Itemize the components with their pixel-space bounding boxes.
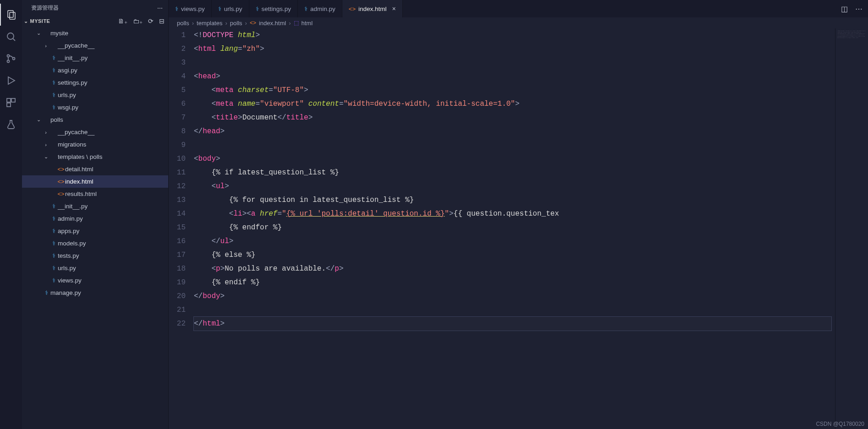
file-wsgi-py[interactable]: ⚕wsgi.py	[22, 101, 168, 114]
file-models-py[interactable]: ⚕models.py	[22, 237, 168, 250]
python-icon: ⚕	[49, 228, 58, 234]
code-line-8[interactable]: </head>	[194, 125, 831, 138]
testing-icon[interactable]	[0, 114, 22, 136]
svg-rect-9	[7, 103, 11, 107]
code-line-18[interactable]: <p>No polls are available.</p>	[194, 262, 831, 276]
chevron-icon[interactable]: ›	[42, 43, 49, 49]
tab-views-py[interactable]: ⚕views.py	[169, 0, 212, 17]
folder-templates---polls[interactable]: ⌄templates \ polls	[22, 151, 168, 163]
breadcrumb-segment[interactable]: index.html	[259, 20, 286, 27]
code-line-22[interactable]: </html>	[194, 317, 831, 331]
new-folder-icon[interactable]: 🗀₊	[133, 17, 143, 25]
code-line-6[interactable]: <meta name="viewport" content="width=dev…	[194, 97, 831, 111]
breadcrumb-segment[interactable]: templates	[197, 20, 222, 27]
more-icon[interactable]: ⋯	[855, 5, 863, 13]
tree-label: migrations	[58, 141, 86, 148]
explorer-icon[interactable]	[0, 4, 22, 26]
tab-settings-py[interactable]: ⚕settings.py	[249, 0, 298, 17]
debug-icon[interactable]	[0, 70, 22, 92]
close-icon[interactable]: ×	[392, 5, 396, 12]
source-control-icon[interactable]	[0, 48, 22, 70]
file-urls-py[interactable]: ⚕urls.py	[22, 262, 168, 274]
tab-label: views.py	[181, 5, 205, 12]
extensions-icon[interactable]	[0, 92, 22, 114]
python-icon: ⚕	[49, 79, 58, 86]
tree-label: index.html	[65, 178, 93, 185]
project-header[interactable]: ⌄ MYSITE 🗎₊ 🗀₊ ⟳ ⊟	[22, 16, 168, 26]
chevron-icon[interactable]: ⌄	[35, 117, 42, 123]
new-file-icon[interactable]: 🗎₊	[118, 17, 127, 25]
code-line-13[interactable]: {% for question in latest_question_list …	[194, 193, 831, 207]
code-line-20[interactable]: </body>	[194, 289, 831, 303]
code-line-9[interactable]	[194, 138, 831, 152]
file-detail-html[interactable]: <>detail.html	[22, 163, 168, 175]
chevron-icon[interactable]: ›	[42, 142, 49, 147]
python-icon: ⚕	[175, 5, 178, 12]
file-views-py[interactable]: ⚕views.py	[22, 274, 168, 287]
code-line-21[interactable]	[194, 303, 831, 317]
breadcrumb[interactable]: polls›templates›polls›<> index.html›⬚ ht…	[169, 17, 868, 28]
breadcrumb-segment[interactable]: polls	[230, 20, 242, 27]
code-line-10[interactable]: <body>	[194, 152, 831, 166]
code-line-14[interactable]: <li><a href="{% url 'polls:detail' quest…	[194, 207, 831, 221]
tab-urls-py[interactable]: ⚕urls.py	[212, 0, 249, 17]
folder-migrations[interactable]: ›migrations	[22, 138, 168, 151]
code-line-16[interactable]: </ul>	[194, 234, 831, 248]
activity-bar	[0, 0, 22, 429]
tree-label: models.py	[58, 240, 86, 247]
code-line-3[interactable]	[194, 56, 831, 70]
svg-rect-8	[11, 98, 15, 102]
code-line-7[interactable]: <title>Document</title>	[194, 111, 831, 125]
tab-admin-py[interactable]: ⚕admin.py	[298, 0, 342, 17]
editor[interactable]: 12345678910111213141516171819202122 <!DO…	[169, 28, 868, 429]
file-__init__-py[interactable]: ⚕__init__.py	[22, 200, 168, 212]
file-index-html[interactable]: <>index.html	[22, 175, 168, 188]
code-line-11[interactable]: {% if latest_question_list %}	[194, 166, 831, 179]
breadcrumb-segment[interactable]: html	[302, 20, 313, 27]
file-apps-py[interactable]: ⚕apps.py	[22, 225, 168, 237]
code-line-2[interactable]: <html lang="zh">	[194, 42, 831, 56]
python-icon: ⚕	[49, 92, 58, 98]
minimap[interactable]: <!DOCTYPE html> <html lang="zh"> <head> …	[835, 28, 868, 429]
breadcrumb-segment[interactable]: polls	[177, 20, 189, 27]
file-admin-py[interactable]: ⚕admin.py	[22, 212, 168, 225]
folder-__pycache__[interactable]: ›__pycache__	[22, 39, 168, 52]
tree-label: __init__.py	[58, 203, 88, 210]
file-settings-py[interactable]: ⚕settings.py	[22, 76, 168, 89]
html-icon: <>	[57, 190, 65, 197]
code-line-19[interactable]: {% endif %}	[194, 276, 831, 289]
code-line-17[interactable]: {% else %}	[194, 248, 831, 262]
tree-label: polls	[50, 116, 63, 123]
file-__init__-py[interactable]: ⚕__init__.py	[22, 52, 168, 64]
sidebar-title: 资源管理器	[31, 4, 59, 12]
code-content[interactable]: <!DOCTYPE html><html lang="zh"><head> <m…	[194, 28, 868, 429]
code-line-1[interactable]: <!DOCTYPE html>	[194, 28, 831, 42]
file-urls-py[interactable]: ⚕urls.py	[22, 89, 168, 101]
tree-label: mysite	[50, 30, 68, 37]
refresh-icon[interactable]: ⟳	[148, 17, 154, 25]
code-line-4[interactable]: <head>	[194, 70, 831, 83]
folder-polls[interactable]: ⌄polls	[22, 114, 168, 126]
project-name: MYSITE	[30, 18, 50, 24]
chevron-icon[interactable]: ⌄	[35, 30, 42, 36]
file-results-html[interactable]: <>results.html	[22, 188, 168, 200]
code-line-12[interactable]: <ul>	[194, 179, 831, 193]
search-icon[interactable]	[0, 26, 22, 48]
split-editor-icon[interactable]: ◫	[841, 5, 848, 13]
file-manage-py[interactable]: ⚕manage.py	[22, 287, 168, 299]
html-icon: <>	[57, 178, 65, 185]
folder-mysite[interactable]: ⌄mysite	[22, 27, 168, 39]
sidebar-header-more-icon[interactable]: ⋯	[157, 5, 163, 11]
collapse-icon[interactable]: ⊟	[159, 17, 165, 25]
tab-index-html[interactable]: <>index.html×	[342, 0, 403, 17]
chevron-icon[interactable]: ›	[42, 130, 49, 135]
file-tests-py[interactable]: ⚕tests.py	[22, 250, 168, 262]
code-line-15[interactable]: {% endfor %}	[194, 221, 831, 234]
code-line-5[interactable]: <meta charset="UTF-8">	[194, 83, 831, 97]
folder-__pycache__[interactable]: ›__pycache__	[22, 126, 168, 138]
svg-point-4	[7, 55, 10, 57]
tab-bar: ⚕views.py⚕urls.py⚕settings.py⚕admin.py<>…	[169, 0, 868, 17]
tab-label: admin.py	[310, 5, 335, 12]
file-asgi-py[interactable]: ⚕asgi.py	[22, 64, 168, 76]
chevron-icon[interactable]: ⌄	[42, 154, 49, 160]
